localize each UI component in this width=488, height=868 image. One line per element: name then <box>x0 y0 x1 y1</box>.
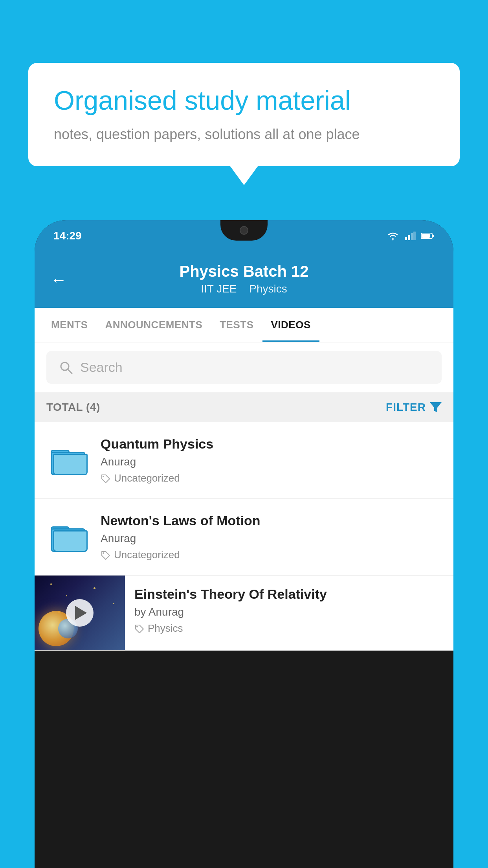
total-count: TOTAL (4) <box>46 401 100 414</box>
svg-marker-9 <box>430 402 442 412</box>
status-time: 14:29 <box>53 230 82 242</box>
play-button[interactable] <box>66 599 94 627</box>
phone-mockup: 14:29 <box>35 220 453 868</box>
video-author: by Anurag <box>134 606 444 618</box>
video-info-3: Einstein's Theory Of Relativity by Anura… <box>125 576 453 645</box>
battery-icon <box>421 232 435 239</box>
tab-videos[interactable]: VIDEOS <box>262 308 319 342</box>
speech-bubble: Organised study material notes, question… <box>28 63 460 166</box>
folder-icon <box>51 446 85 475</box>
bubble-subtitle: notes, question papers, solutions all at… <box>54 126 434 143</box>
search-container: Search <box>35 342 453 392</box>
list-item[interactable]: Newton's Laws of Motion Anurag Uncategor… <box>35 499 453 576</box>
camera <box>240 226 248 235</box>
svg-rect-3 <box>413 232 416 240</box>
video-tag: Uncategorized <box>101 472 442 484</box>
svg-point-12 <box>136 626 138 627</box>
video-title: Einstein's Theory Of Relativity <box>134 587 444 602</box>
svg-rect-6 <box>422 234 430 238</box>
list-item[interactable]: Einstein's Theory Of Relativity by Anura… <box>35 576 453 651</box>
video-tag: Uncategorized <box>101 549 442 561</box>
filter-icon <box>430 402 442 412</box>
notch <box>220 220 268 241</box>
svg-line-8 <box>68 370 72 373</box>
folder-icon <box>51 522 85 552</box>
back-button[interactable]: ← <box>50 270 67 289</box>
search-icon <box>59 360 73 375</box>
video-thumb-2 <box>46 522 90 552</box>
video-info-2: Newton's Laws of Motion Anurag Uncategor… <box>101 513 442 561</box>
video-thumbnail <box>35 576 125 650</box>
svg-rect-2 <box>411 233 413 240</box>
tabs-bar: MENTS ANNOUNCEMENTS TESTS VIDEOS <box>35 308 453 342</box>
tab-announcements[interactable]: ANNOUNCEMENTS <box>97 308 211 342</box>
svg-rect-1 <box>408 235 410 240</box>
svg-rect-0 <box>405 237 407 240</box>
video-tag: Physics <box>134 622 444 634</box>
subtitle-part1: IIT JEE <box>201 283 237 295</box>
video-author: Anurag <box>101 532 442 545</box>
app-header: ← Physics Batch 12 IIT JEE Physics <box>35 252 453 308</box>
video-thumb-1 <box>46 446 90 475</box>
svg-point-11 <box>103 552 104 554</box>
wifi-icon <box>387 231 399 241</box>
list-item[interactable]: Quantum Physics Anurag Uncategorized <box>35 422 453 499</box>
svg-rect-5 <box>432 235 434 237</box>
status-icons <box>387 231 435 241</box>
search-placeholder: Search <box>80 360 123 375</box>
tag-icon <box>101 550 110 560</box>
status-bar: 14:29 <box>35 220 453 252</box>
video-author: Anurag <box>101 456 442 468</box>
app-title: Physics Batch 12 <box>50 263 438 280</box>
subtitle-part2: Physics <box>249 283 287 295</box>
tag-icon <box>134 624 144 633</box>
bubble-title: Organised study material <box>54 85 434 117</box>
video-title: Quantum Physics <box>101 436 442 452</box>
speech-bubble-section: Organised study material notes, question… <box>28 63 460 166</box>
tab-tests[interactable]: TESTS <box>211 308 262 342</box>
tab-ments[interactable]: MENTS <box>42 308 97 342</box>
app-subtitle: IIT JEE Physics <box>50 283 438 295</box>
video-list: Quantum Physics Anurag Uncategorized <box>35 422 453 651</box>
video-title: Newton's Laws of Motion <box>101 513 442 528</box>
svg-point-10 <box>103 476 104 477</box>
signal-icon <box>405 232 416 240</box>
filter-button[interactable]: FILTER <box>386 401 442 414</box>
tag-icon <box>101 474 110 483</box>
search-bar[interactable]: Search <box>46 351 442 384</box>
filter-bar: TOTAL (4) FILTER <box>35 392 453 422</box>
video-info-1: Quantum Physics Anurag Uncategorized <box>101 436 442 484</box>
